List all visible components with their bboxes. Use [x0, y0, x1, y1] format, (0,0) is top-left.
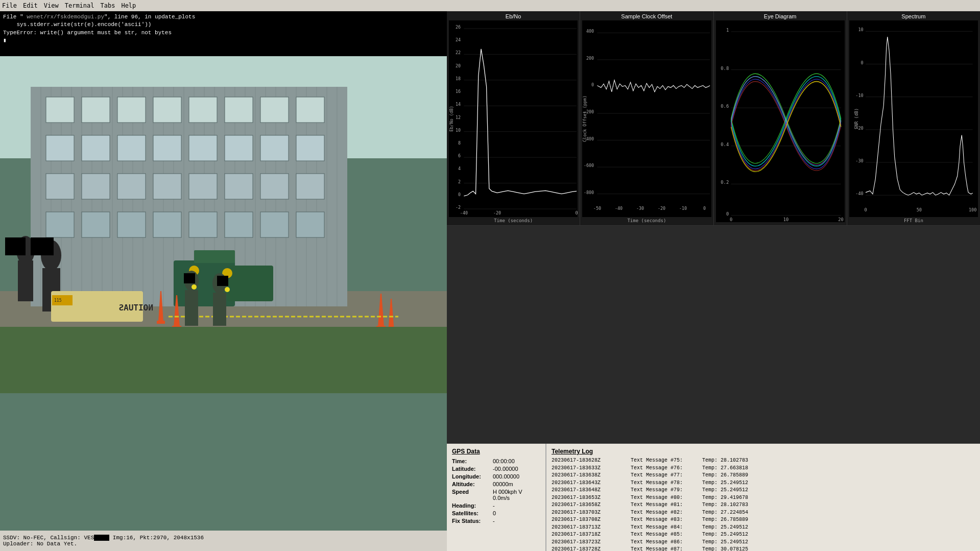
svg-text:100: 100 — [969, 207, 976, 212]
gps-field-label: Time: — [452, 458, 493, 464]
svg-rect-60 — [117, 212, 146, 237]
tel-timestamp: 20230617-183633Z — [552, 465, 631, 472]
tel-message: Text Message #75: — [631, 457, 702, 465]
telemetry-log-entry: 20230617-183653ZText Message #80:Temp: 2… — [552, 494, 975, 502]
svg-rect-63 — [225, 212, 253, 237]
svg-text:-2: -2 — [456, 205, 461, 210]
svg-text:0.8: 0.8 — [721, 66, 729, 71]
svg-text:-20: -20 — [658, 206, 665, 211]
menu-file[interactable]: File — [2, 2, 17, 9]
svg-text:-40: -40 — [855, 191, 863, 196]
svg-rect-94 — [184, 273, 195, 283]
tel-timestamp: 20230617-183653Z — [552, 494, 631, 502]
spectrum-chart: Spectrum 10 0 -10 -20 -30 -40 SNR (dB) — [847, 11, 980, 225]
svg-rect-62 — [189, 212, 217, 237]
svg-text:-30: -30 — [636, 206, 644, 211]
clock-x-label: Time (seconds) — [582, 218, 711, 223]
tel-message: Text Message #86: — [631, 539, 702, 546]
status-bar: SSDV: No-FEC, Callsign: VES Img:16, Pkt:… — [0, 531, 447, 551]
svg-rect-67 — [194, 250, 235, 263]
svg-text:4: 4 — [458, 166, 461, 171]
svg-rect-56 — [260, 174, 289, 199]
svg-text:6: 6 — [458, 153, 461, 158]
svg-rect-93 — [31, 237, 54, 255]
gps-field-label: Latitude: — [452, 466, 493, 472]
tel-message: Text Message #80: — [631, 494, 702, 502]
tel-message: Text Message #79: — [631, 487, 702, 494]
right-panel: Eb/No 26 24 22 20 18 16 14 12 10 8 — [447, 11, 980, 551]
gps-row: Altitude:00000m — [452, 481, 540, 487]
tel-timestamp: 20230617-183713Z — [552, 524, 631, 532]
svg-rect-85 — [185, 290, 198, 326]
tel-message: Text Message #85: — [631, 531, 702, 539]
telemetry-log-entry: 20230617-183638ZText Message #77:Temp: 2… — [552, 472, 975, 480]
ebno-x-label: Time (seconds) — [449, 218, 578, 223]
svg-text:16: 16 — [456, 89, 461, 94]
menu-terminal[interactable]: Terminal — [65, 2, 94, 9]
svg-rect-47 — [225, 135, 253, 161]
eye-diagram-chart: Eye Diagram 1 0.8 0.6 0.4 0.2 0 — [714, 11, 847, 225]
svg-text:20: 20 — [838, 217, 844, 222]
telemetry-log-entry: 20230617-183658ZText Message #81:Temp: 2… — [552, 501, 975, 509]
sample-clock-chart: Sample Clock Offset 400 200 0 -200 -400 … — [580, 11, 713, 225]
svg-point-88 — [192, 284, 197, 290]
menu-view[interactable]: View — [44, 2, 59, 9]
svg-rect-34 — [46, 97, 74, 123]
clock-svg: 400 200 0 -200 -400 -600 -800 Clock Offs… — [582, 20, 711, 217]
tel-value: Temp: 25.249512 — [702, 539, 975, 546]
svg-rect-98 — [0, 327, 447, 393]
telemetry-log-entry: 20230617-183713ZText Message #84:Temp: 2… — [552, 524, 975, 532]
gps-field-value: 00:00:00 — [493, 458, 515, 464]
svg-rect-40 — [260, 97, 289, 123]
svg-rect-53 — [153, 174, 181, 199]
svg-rect-46 — [189, 135, 217, 161]
tel-value: Temp: 25.249512 — [702, 487, 975, 494]
svg-rect-38 — [189, 97, 217, 123]
gps-field-label: Longitude: — [452, 473, 493, 480]
gps-field-value: - — [493, 518, 495, 524]
gps-field-value: 00000m — [493, 481, 513, 487]
svg-text:50: 50 — [916, 207, 921, 212]
svg-text:-30: -30 — [855, 158, 863, 163]
svg-rect-65 — [296, 212, 324, 237]
ebno-body: 26 24 22 20 18 16 14 12 10 8 6 4 2 0 — [449, 20, 578, 217]
svg-text:12: 12 — [456, 115, 461, 120]
gps-field-value: 000.00000 — [493, 473, 519, 480]
gps-panel: GPS Data Time:00:00:00Latitude:-00.00000… — [447, 444, 546, 551]
svg-text:0: 0 — [703, 206, 706, 211]
eye-svg: 1 0.8 0.6 0.4 0.2 0 — [716, 20, 845, 222]
tel-value: Temp: 25.249512 — [702, 524, 975, 532]
gps-row: Time:00:00:00 — [452, 458, 540, 464]
eye-diagram-title: Eye Diagram — [716, 13, 845, 19]
svg-rect-42 — [46, 135, 74, 161]
svg-text:0: 0 — [576, 210, 578, 215]
menu-help[interactable]: Help — [121, 2, 136, 9]
telemetry-log-entry: 20230617-183728ZText Message #87:Temp: 3… — [552, 546, 975, 551]
gps-field-value: 0 — [493, 510, 496, 516]
tel-value: Temp: 25.249512 — [702, 531, 975, 539]
gps-row: Fix Status:- — [452, 518, 540, 524]
tel-message: Text Message #81: — [631, 501, 702, 509]
telemetry-log-entry: 20230617-183633ZText Message #76:Temp: 2… — [552, 465, 975, 472]
svg-text:-20: -20 — [493, 210, 501, 215]
svg-rect-49 — [296, 135, 324, 161]
ebno-svg: 26 24 22 20 18 16 14 12 10 8 6 4 2 0 — [449, 20, 578, 217]
tel-value: Temp: 29.419678 — [702, 494, 975, 502]
telemetry-log-entry: 20230617-183703ZText Message #82:Temp: 2… — [552, 509, 975, 517]
svg-rect-55 — [225, 174, 253, 199]
svg-text:0: 0 — [458, 192, 461, 197]
svg-text:0: 0 — [861, 60, 863, 65]
tel-value: Temp: 26.785889 — [702, 472, 975, 480]
menu-edit[interactable]: Edit — [23, 2, 38, 9]
sample-clock-title: Sample Clock Offset — [582, 13, 711, 19]
telemetry-log-entry: 20230617-183708ZText Message #83:Temp: 2… — [552, 516, 975, 524]
tel-message: Text Message #82: — [631, 509, 702, 517]
gps-row: Longitude:000.00000 — [452, 473, 540, 480]
menu-tabs[interactable]: Tabs — [101, 2, 115, 9]
tel-timestamp: 20230617-183703Z — [552, 509, 631, 517]
svg-rect-39 — [225, 97, 253, 123]
left-panel: File " wenet/rx/fskdemodgui.py", line 96… — [0, 11, 447, 551]
svg-rect-43 — [82, 135, 110, 161]
tel-message: Text Message #87: — [631, 546, 702, 551]
tel-value: Temp: 28.102783 — [702, 457, 975, 465]
